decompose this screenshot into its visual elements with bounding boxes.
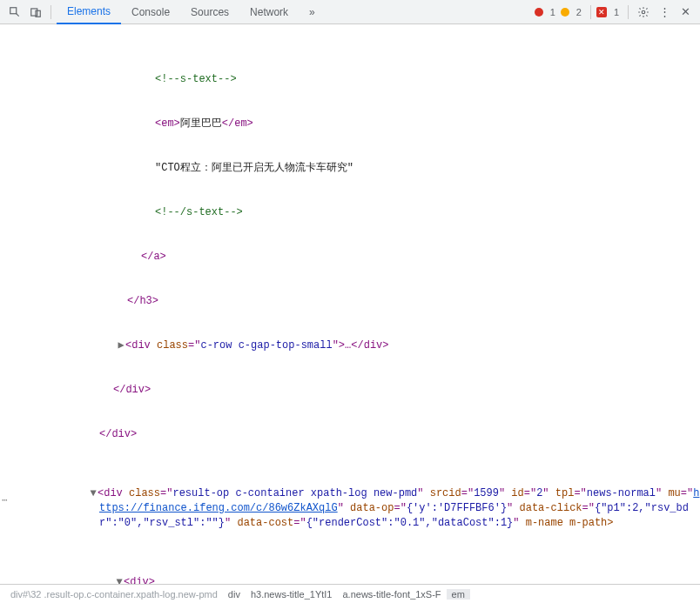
- breadcrumb[interactable]: div#\32 .result-op.c-container.xpath-log…: [0, 584, 700, 603]
- error-count: 1: [550, 7, 555, 17]
- h3-close-tag[interactable]: </h3>: [127, 295, 158, 307]
- comment-node: <!--/s-text-->: [155, 206, 243, 218]
- close-icon[interactable]: ✕: [676, 3, 695, 22]
- separator: [628, 5, 629, 19]
- div-close-tag[interactable]: </div>: [113, 384, 151, 396]
- inspect-icon[interactable]: [5, 3, 24, 22]
- attr-value: c-row c-gap-top-small: [200, 339, 332, 352]
- crumb-h3[interactable]: h3.news-title_1YtI1: [246, 589, 338, 600]
- extension-error-badge[interactable]: ✕ 1: [596, 7, 619, 17]
- separator: [50, 5, 51, 19]
- settings-gear-icon[interactable]: [634, 3, 653, 22]
- tab-elements[interactable]: Elements: [57, 0, 121, 24]
- devtools-toolbar: Elements Console Sources Network » 1 2 ✕…: [0, 0, 700, 24]
- a-close-tag[interactable]: </a>: [141, 251, 166, 263]
- tabs-overflow[interactable]: »: [299, 0, 326, 24]
- crumb-em[interactable]: em: [447, 589, 470, 600]
- div-tag[interactable]: <div: [125, 339, 157, 352]
- svg-rect-0: [10, 7, 17, 13]
- error-icon: [535, 8, 543, 17]
- text-node[interactable]: 阿里巴巴: [180, 117, 222, 130]
- crumb-div[interactable]: div: [223, 589, 246, 600]
- div-tag[interactable]: <div>: [124, 576, 155, 584]
- device-toggle-icon[interactable]: [26, 3, 45, 22]
- gutter-expand-icon[interactable]: ⋯: [2, 494, 9, 506]
- ext-error-count: 1: [614, 7, 619, 17]
- crumb-container[interactable]: div#\32 .result-op.c-container.xpath-log…: [5, 589, 223, 600]
- svg-point-3: [642, 10, 645, 14]
- panel-tabs: Elements Console Sources Network »: [57, 0, 326, 24]
- warning-icon: [561, 8, 569, 17]
- elements-panel[interactable]: ⋯ <!--s-text--> <em>阿里巴巴</em> "CTO程立：阿里已…: [0, 24, 700, 584]
- ext-error-icon: ✕: [596, 7, 607, 17]
- svg-rect-1: [31, 8, 37, 15]
- expand-triangle-icon[interactable]: ▶: [117, 338, 125, 353]
- result-op-div[interactable]: ▼<div class="result-op c-container xpath…: [21, 486, 700, 531]
- text-node[interactable]: "CTO程立：阿里已开启无人物流卡车研究": [155, 162, 353, 174]
- tab-sources[interactable]: Sources: [180, 0, 239, 24]
- comment-node: <!--s-text-->: [155, 73, 237, 85]
- kebab-menu-icon[interactable]: ⋮: [655, 3, 674, 22]
- tag-end: ">…</div>: [333, 339, 389, 352]
- warning-count: 2: [576, 7, 582, 17]
- em-close-tag[interactable]: </em>: [222, 117, 253, 130]
- tab-network[interactable]: Network: [239, 0, 299, 24]
- expand-triangle-icon[interactable]: ▼: [115, 575, 124, 584]
- div-close-tag[interactable]: </div>: [99, 428, 137, 440]
- separator: [590, 5, 591, 19]
- em-open-tag[interactable]: <em>: [155, 117, 180, 130]
- attr-name: class: [157, 339, 188, 352]
- crumb-a[interactable]: a.news-title-font_1xS-F: [337, 589, 446, 600]
- tab-console[interactable]: Console: [121, 0, 180, 24]
- dom-tree[interactable]: <!--s-text--> <em>阿里巴巴</em> "CTO程立：阿里已开启…: [0, 28, 700, 584]
- expand-triangle-icon[interactable]: ▼: [89, 486, 98, 501]
- console-error-badge[interactable]: 1 2: [535, 7, 582, 17]
